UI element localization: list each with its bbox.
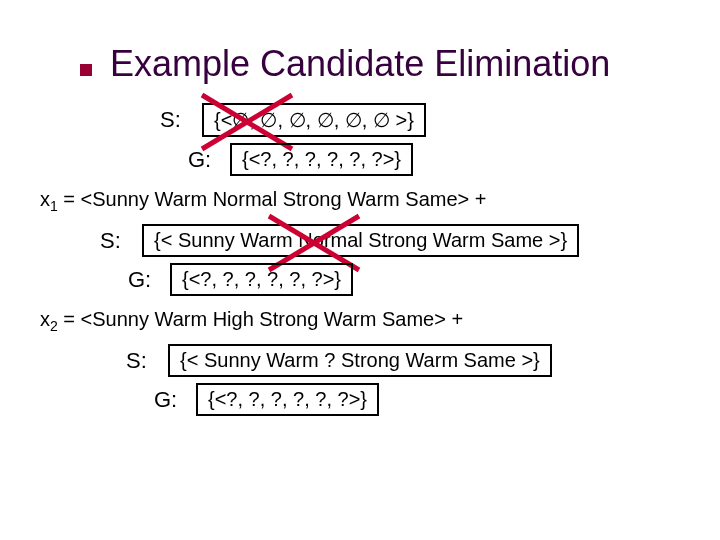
slide-title: Example Candidate Elimination: [110, 43, 610, 85]
row-g1: G: {<?, ?, ?, ?, ?, ?>}: [188, 143, 690, 176]
row-g2: G: {<?, ?, ?, ?, ?, ?>}: [128, 263, 690, 296]
title-bullet-icon: [80, 64, 92, 76]
row-s1: S: {<∅, ∅, ∅, ∅, ∅, ∅ >}: [160, 103, 690, 137]
box-g3: {<?, ?, ?, ?, ?, ?>}: [196, 383, 379, 416]
box-g2: {<?, ?, ?, ?, ?, ?>}: [170, 263, 353, 296]
slide: Example Candidate Elimination S: {<∅, ∅,…: [0, 0, 720, 540]
example-1: x1 = <Sunny Warm Normal Strong Warm Same…: [40, 188, 690, 214]
row-s2: S: {< Sunny Warm Normal Strong Warm Same…: [100, 224, 690, 257]
box-s1-text: {<∅, ∅, ∅, ∅, ∅, ∅ >}: [214, 109, 414, 131]
label-s3: S:: [126, 348, 156, 374]
box-g1: {<?, ?, ?, ?, ?, ?>}: [230, 143, 413, 176]
label-g1: G:: [188, 147, 218, 173]
row-s3: S: {< Sunny Warm ? Strong Warm Same >}: [126, 344, 690, 377]
title-row: Example Candidate Elimination: [80, 40, 690, 85]
label-g2: G:: [128, 267, 158, 293]
box-s2-text: {< Sunny Warm Normal Strong Warm Same >}: [154, 229, 567, 251]
box-s3: {< Sunny Warm ? Strong Warm Same >}: [168, 344, 552, 377]
box-s2: {< Sunny Warm Normal Strong Warm Same >}: [142, 224, 579, 257]
label-s1: S:: [160, 107, 190, 133]
box-s1: {<∅, ∅, ∅, ∅, ∅, ∅ >}: [202, 103, 426, 137]
row-g3: G: {<?, ?, ?, ?, ?, ?>}: [154, 383, 690, 416]
label-g3: G:: [154, 387, 184, 413]
label-s2: S:: [100, 228, 130, 254]
example-2: x2 = <Sunny Warm High Strong Warm Same> …: [40, 308, 690, 334]
